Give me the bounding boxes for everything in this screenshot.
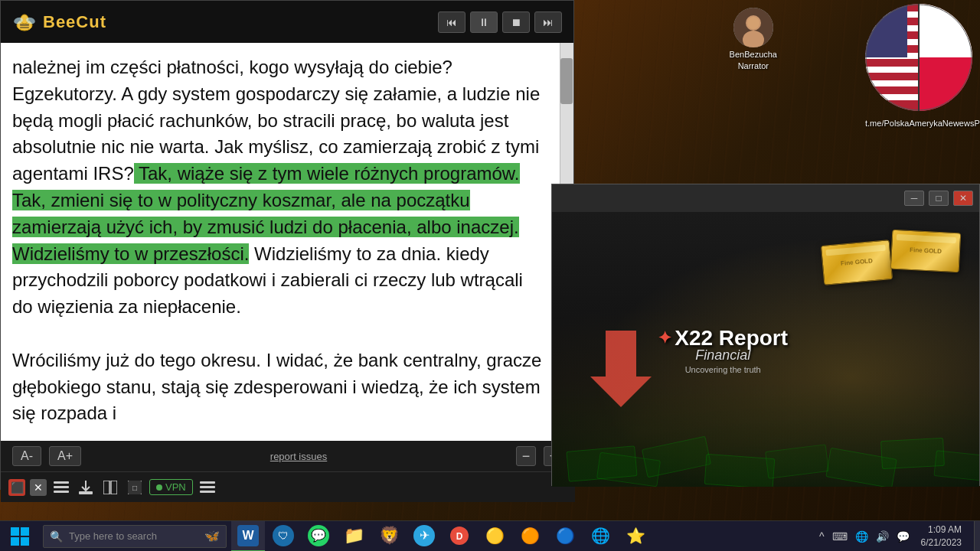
font-increase-button[interactable]: A+	[49, 446, 81, 466]
narrator-role: Narrator	[738, 61, 769, 70]
tray-volume-icon[interactable]: 🔊	[874, 530, 891, 543]
file-explorer-app-icon: 📁	[343, 525, 364, 546]
show-desktop-button[interactable]	[974, 521, 980, 552]
taskbar-search-icon: 🔍	[50, 530, 63, 543]
whatsapp-icon-symbol: 💬	[311, 528, 326, 543]
beecut-logo-icon	[12, 10, 37, 34]
svg-rect-32	[111, 481, 117, 494]
report-issues-link[interactable]: report issues	[270, 451, 327, 462]
close-icon: ⬛	[11, 481, 24, 494]
x22-report-window: ─ □ ✕ Fine GOLD Fine GOLD	[551, 184, 980, 486]
tray-network-icon[interactable]: 🌐	[853, 530, 871, 543]
taskbar-apps-group: W 🛡 💬 📁 🦁 ✈	[231, 521, 652, 552]
taskbar-malwarebytes-app[interactable]: 🛡	[266, 521, 300, 552]
app9-icon-symbol: 🟠	[521, 527, 540, 545]
svg-text:□: □	[132, 484, 137, 492]
app12-icon-symbol: ⭐	[626, 527, 645, 545]
tray-message-icon[interactable]: 💬	[894, 530, 912, 543]
x22-video-content: Fine GOLD Fine GOLD ✦ X22 Report Financi…	[552, 212, 979, 487]
beecut-bottom-toolbar: ⬛ ✕ □ VPN	[1, 471, 575, 502]
clock-time: 1:09 AM	[921, 523, 962, 536]
text-scrollbar-thumb[interactable]	[560, 58, 573, 104]
image-icon[interactable]: □	[125, 478, 145, 497]
start-button[interactable]	[0, 521, 40, 552]
app12-icon: ⭐	[625, 525, 646, 546]
svg-rect-28	[54, 486, 69, 488]
layout-icon[interactable]	[100, 478, 120, 497]
bill-5	[765, 444, 829, 478]
x22-logo-overlay: ✦ X22 Report Financial Uncovering the tr…	[658, 325, 788, 373]
svg-rect-41	[11, 537, 19, 546]
svg-rect-38	[200, 491, 215, 493]
gold-bars-group: Fine GOLD Fine GOLD	[815, 227, 968, 334]
beecut-titlebar: BeeCut ⏮ ⏸ ⏹ ⏭	[1, 1, 573, 43]
taskbar-search-bar[interactable]: 🔍 Type here to search 🦋	[43, 525, 227, 548]
taskbar-file-explorer-app[interactable]: 📁	[337, 521, 371, 552]
x22-minimize-button[interactable]: ─	[904, 191, 924, 206]
app7-icon: D	[449, 525, 470, 546]
bill-8	[933, 450, 979, 482]
svg-rect-29	[54, 491, 69, 493]
beecut-playback-controls: ⏮ ⏸ ⏹ ⏭	[438, 11, 562, 33]
beecut-bottom-controls: A- A+ report issues − +	[1, 441, 575, 471]
svg-rect-42	[21, 537, 29, 546]
svg-point-3	[747, 17, 760, 29]
x22-titlebar: ─ □ ✕	[552, 184, 979, 212]
font-decrease-button[interactable]: A-	[12, 446, 41, 466]
malwarebytes-icon-symbol: 🛡	[278, 530, 289, 542]
svg-rect-37	[200, 486, 215, 488]
svg-text:D: D	[456, 531, 463, 542]
clock-date: 6/21/2023	[921, 536, 962, 549]
narrator-avatar	[733, 8, 773, 47]
x22-maximize-button[interactable]: □	[929, 191, 949, 206]
svg-rect-31	[103, 481, 109, 494]
hamburger-menu-icon[interactable]	[198, 478, 217, 497]
word-icon-letter: W	[242, 529, 253, 543]
taskbar-search-placeholder: Type here to search	[69, 530, 157, 542]
bill-4	[704, 454, 776, 487]
svg-rect-39	[11, 527, 19, 536]
svg-rect-40	[21, 527, 29, 536]
taskbar-whatsapp-app[interactable]: 💬	[302, 521, 335, 552]
tray-chevron-icon[interactable]: ^	[817, 530, 827, 543]
taskbar-app11[interactable]: 🌐	[583, 521, 617, 552]
telegram-icon-symbol: ✈	[420, 528, 430, 543]
taskbar-word-app[interactable]: W	[231, 521, 265, 552]
x22-close-button[interactable]: ✕	[953, 191, 973, 206]
flag-desktop-icon[interactable]	[865, 4, 972, 111]
app10-icon: 🔵	[554, 525, 576, 546]
taskbar-app8[interactable]: 🟡	[478, 521, 511, 552]
taskbar-app10[interactable]: 🔵	[548, 521, 582, 552]
download-icon[interactable]	[76, 478, 96, 497]
subtitle-text: należnej im części płatności, kogo wysył…	[1, 43, 560, 439]
pause-button[interactable]: ⏸	[470, 11, 498, 33]
taskbar-brave-app[interactable]: 🦁	[372, 521, 406, 552]
toolbar-close-button[interactable]: ⬛	[8, 479, 25, 496]
vpn-badge[interactable]: VPN	[149, 479, 193, 495]
rewind-button[interactable]: ⏮	[438, 11, 466, 33]
taskbar-app9[interactable]: 🟠	[513, 521, 547, 552]
stop-button[interactable]: ⏹	[502, 11, 530, 33]
tray-keyboard-icon[interactable]: ⌨	[830, 530, 850, 543]
taskbar-telegram-app[interactable]: ✈	[407, 521, 441, 552]
svg-rect-36	[200, 481, 215, 484]
beecut-logo: BeeCut	[12, 10, 106, 34]
app8-icon-symbol: 🟡	[485, 527, 505, 545]
toolbar-x-button[interactable]: ✕	[30, 479, 47, 496]
forward-button[interactable]: ⏭	[534, 11, 562, 33]
taskbar-app7[interactable]: D	[443, 521, 476, 552]
x-icon: ✕	[34, 481, 43, 494]
volume-decrease-button[interactable]: −	[516, 446, 536, 466]
beecut-app-title: BeeCut	[43, 12, 106, 32]
app8-icon: 🟡	[484, 525, 505, 546]
app11-icon-symbol: 🌐	[591, 527, 610, 545]
menu-lines-icon[interactable]	[51, 478, 71, 497]
system-tray: ^ ⌨ 🌐 🔊 💬 1:09 AM 6/21/2023	[817, 523, 974, 549]
app10-icon-symbol: 🔵	[556, 527, 575, 545]
brave-app-icon: 🦁	[378, 525, 400, 546]
svg-rect-27	[54, 481, 69, 484]
svg-rect-30	[79, 491, 93, 494]
narrator-desktop-icon[interactable]: BenBezucha Narrator	[730, 8, 777, 70]
subtitle-text-area: należnej im części płatności, kogo wysył…	[1, 43, 560, 441]
taskbar-app12[interactable]: ⭐	[619, 521, 652, 552]
